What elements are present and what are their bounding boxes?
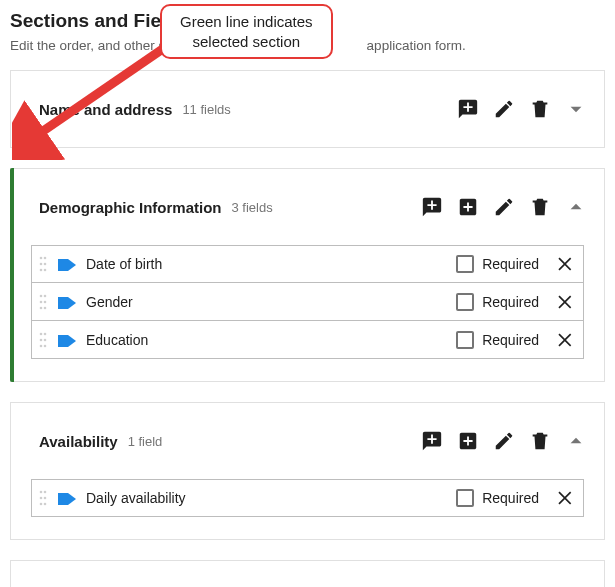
field-list: Date of birth Required Gender Required <box>11 245 604 381</box>
section-title: Demographic Information <box>39 199 222 216</box>
edit-icon[interactable] <box>486 91 522 127</box>
section-field-count: 3 fields <box>232 200 273 215</box>
field-row[interactable]: Daily availability Required <box>31 479 584 517</box>
drag-handle-icon[interactable] <box>32 256 50 272</box>
field-label: Education <box>86 332 148 348</box>
delete-icon[interactable] <box>522 423 558 459</box>
add-comment-icon[interactable] <box>414 189 450 225</box>
drag-handle-icon[interactable] <box>32 294 50 310</box>
field-label: Date of birth <box>86 256 162 272</box>
tag-icon <box>56 256 78 272</box>
required-label: Required <box>482 294 539 310</box>
delete-icon[interactable] <box>522 189 558 225</box>
required-checkbox[interactable] <box>456 489 474 507</box>
drag-handle-icon[interactable] <box>32 332 50 348</box>
add-field-icon[interactable] <box>450 423 486 459</box>
add-comment-icon[interactable] <box>450 91 486 127</box>
add-comment-icon[interactable] <box>414 423 450 459</box>
chevron-up-icon[interactable] <box>558 423 594 459</box>
delete-icon[interactable] <box>522 91 558 127</box>
edit-icon[interactable] <box>486 189 522 225</box>
annotation-line-2: selected section <box>180 32 313 52</box>
chevron-up-icon[interactable] <box>558 581 594 587</box>
field-label: Daily availability <box>86 490 186 506</box>
annotation-callout: Green line indicates selected section <box>160 4 333 59</box>
annotation-line-1: Green line indicates <box>180 12 313 32</box>
section-field-count: 11 fields <box>182 102 230 117</box>
section-field-count: 1 field <box>128 434 163 449</box>
section-header[interactable]: Demographic Information 3 fields <box>11 169 604 245</box>
section-header[interactable]: Email Preferences 1 field <box>11 561 604 587</box>
chevron-down-icon[interactable] <box>558 91 594 127</box>
field-label: Gender <box>86 294 133 310</box>
section-card: Availability 1 field Daily availability … <box>10 402 605 540</box>
edit-icon[interactable] <box>486 581 522 587</box>
delete-icon[interactable] <box>522 581 558 587</box>
section-title: Availability <box>39 433 118 450</box>
required-checkbox[interactable] <box>456 293 474 311</box>
field-row[interactable]: Gender Required <box>31 283 584 321</box>
field-list: Daily availability Required <box>11 479 604 539</box>
field-row[interactable]: Date of birth Required <box>31 245 584 283</box>
remove-field-button[interactable] <box>549 254 583 274</box>
section-card: Demographic Information 3 fields Date of… <box>10 168 605 382</box>
field-row[interactable]: Education Required <box>31 321 584 359</box>
required-checkbox[interactable] <box>456 255 474 273</box>
section-title: Name and address <box>39 101 172 118</box>
edit-icon[interactable] <box>486 423 522 459</box>
required-checkbox[interactable] <box>456 331 474 349</box>
remove-field-button[interactable] <box>549 330 583 350</box>
section-header[interactable]: Availability 1 field <box>11 403 604 479</box>
tag-icon <box>56 332 78 348</box>
section-card: Name and address 11 fields <box>10 70 605 148</box>
chevron-up-icon[interactable] <box>558 189 594 225</box>
required-label: Required <box>482 490 539 506</box>
add-field-icon[interactable] <box>450 189 486 225</box>
required-label: Required <box>482 256 539 272</box>
remove-field-button[interactable] <box>549 292 583 312</box>
tag-icon <box>56 490 78 506</box>
section-header[interactable]: Name and address 11 fields <box>11 71 604 147</box>
drag-handle-icon[interactable] <box>32 490 50 506</box>
remove-field-button[interactable] <box>549 488 583 508</box>
required-label: Required <box>482 332 539 348</box>
add-comment-icon[interactable] <box>414 581 450 587</box>
tag-icon <box>56 294 78 310</box>
add-field-icon[interactable] <box>450 581 486 587</box>
section-card: Email Preferences 1 field Message prefer… <box>10 560 605 587</box>
